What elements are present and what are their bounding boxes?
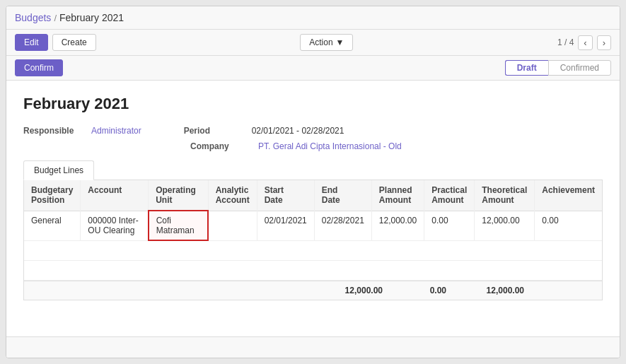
cell-start-date: 02/01/2021 <box>257 211 314 240</box>
col-analytic-account: AnalyticAccount <box>208 180 257 211</box>
col-budgetary-position: BudgetaryPosition <box>24 180 81 211</box>
pagination: 1 / 4 ‹ › <box>557 35 611 50</box>
tabs-bar: Budget Lines <box>23 160 603 180</box>
company-value[interactable]: PT. Geral Adi Cipta Internasional - Old <box>258 141 402 151</box>
total-practical: 0.00 <box>390 286 453 295</box>
total-planned: 12,000.00 <box>312 286 390 295</box>
create-button[interactable]: Create <box>52 34 96 51</box>
col-end-date: EndDate <box>314 180 371 211</box>
cell-analytic-account <box>208 211 257 240</box>
cell-end-date: 02/28/2021 <box>314 211 371 240</box>
table-container: BudgetaryPosition Account OperatingUnit … <box>23 180 603 300</box>
field-period: Period 02/01/2021 - 02/28/2021 <box>184 126 344 136</box>
col-planned-amount: PlannedAmount <box>371 180 424 211</box>
breadcrumb-current: February 2021 <box>59 12 124 23</box>
cell-planned-amount: 12,000.00 <box>371 211 424 240</box>
prev-button[interactable]: ‹ <box>578 35 592 50</box>
page-title: February 2021 <box>23 95 603 113</box>
status-draft: Draft <box>505 60 548 76</box>
cell-budgetary-position: General <box>24 211 81 240</box>
cell-achievement: 0.00 <box>535 211 602 240</box>
cell-account: 000000 Inter-OU Clearing <box>81 211 149 240</box>
responsible-value[interactable]: Administrator <box>91 126 141 136</box>
period-label: Period <box>184 126 240 136</box>
content-area: February 2021 Responsible Administrator … <box>6 81 620 336</box>
table-row[interactable]: General 000000 Inter-OU Clearing Cofi Ma… <box>24 211 602 240</box>
col-theoretical-amount: TheoreticalAmount <box>475 180 535 211</box>
company-label: Company <box>190 141 247 151</box>
field-company: Company PT. Geral Adi Cipta Internasiona… <box>190 141 402 151</box>
breadcrumb-parent[interactable]: Budgets <box>15 12 51 23</box>
status-steps: Draft Confirmed <box>505 60 611 76</box>
action-button[interactable]: Action ▼ <box>300 34 353 51</box>
cell-practical-amount: 0.00 <box>424 211 475 240</box>
breadcrumb-separator: / <box>54 13 57 23</box>
cell-theoretical-amount: 12,000.00 <box>475 211 535 240</box>
tab-budget-lines[interactable]: Budget Lines <box>23 160 94 180</box>
empty-row-1 <box>24 240 602 260</box>
responsible-label: Responsible <box>23 126 80 136</box>
table-header-row: BudgetaryPosition Account OperatingUnit … <box>24 180 602 211</box>
field-responsible: Responsible Administrator <box>23 126 141 136</box>
period-value: 02/01/2021 - 02/28/2021 <box>252 126 344 136</box>
totals-row: 12,000.00 0.00 12,000.00 <box>24 281 602 300</box>
cell-operating-unit: Cofi Matraman <box>149 211 209 240</box>
empty-row-2 <box>24 260 602 280</box>
bottom-footer <box>6 336 620 358</box>
total-theoretical: 12,000.00 <box>453 286 531 295</box>
col-operating-unit: OperatingUnit <box>149 180 209 211</box>
edit-button[interactable]: Edit <box>15 34 48 51</box>
breadcrumb: Budgets / February 2021 <box>15 12 124 23</box>
form-row-2: Company PT. Geral Adi Cipta Internasiona… <box>23 141 603 151</box>
breadcrumb-bar: Budgets / February 2021 <box>6 6 620 30</box>
col-start-date: StartDate <box>257 180 314 211</box>
col-practical-amount: PracticalAmount <box>424 180 475 211</box>
confirm-button[interactable]: Confirm <box>15 59 63 76</box>
form-row-1: Responsible Administrator Period 02/01/2… <box>23 126 603 136</box>
status-confirmed: Confirmed <box>548 60 611 76</box>
status-bar: Confirm Draft Confirmed <box>6 56 620 81</box>
col-achievement: Achievement <box>535 180 602 211</box>
budget-lines-table: BudgetaryPosition Account OperatingUnit … <box>24 180 602 281</box>
next-button[interactable]: › <box>597 35 611 50</box>
action-bar: Edit Create Action ▼ 1 / 4 ‹ › <box>6 30 620 56</box>
col-account: Account <box>81 180 149 211</box>
